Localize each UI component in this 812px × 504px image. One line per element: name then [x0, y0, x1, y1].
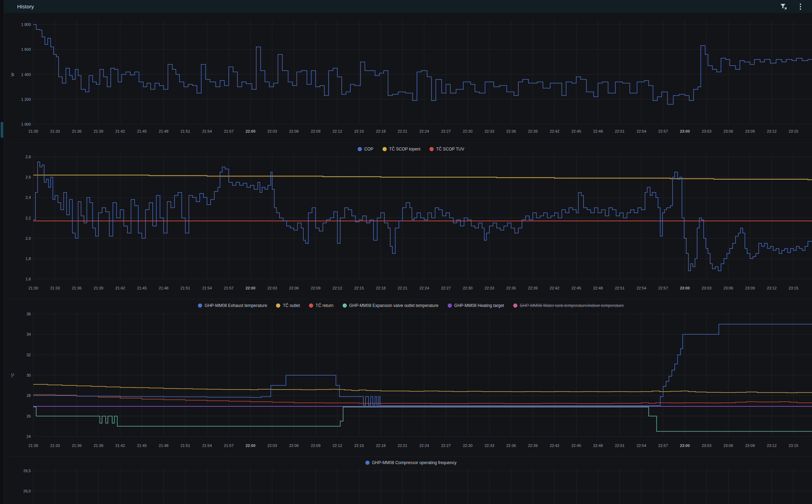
x-tick-label: 21:39 [94, 129, 103, 133]
legend-item[interactable]: GHP-MM08 Exhaust temperature [198, 303, 267, 308]
x-tick-label: 23:09 [745, 286, 755, 290]
legend-dot-icon [448, 303, 452, 308]
x-tick-label: 22:15 [354, 443, 364, 448]
x-tick-label: 23:06 [723, 286, 733, 290]
legend-dot-icon [513, 303, 517, 308]
x-tick-label: 22:24 [419, 286, 429, 290]
kebab-menu-icon[interactable] [794, 2, 806, 12]
x-tick-label: 23:03 [702, 129, 711, 133]
y-tick-label: 1 400 [21, 72, 31, 77]
legend-item[interactable]: COP [358, 147, 373, 152]
x-tick-label: 21:39 [94, 443, 103, 448]
x-tick-label: 23:15 [789, 443, 798, 448]
scrollbar-thumb[interactable] [1, 122, 3, 138]
y-tick-label: 26,0 [23, 489, 31, 493]
legend-dot-icon [365, 461, 370, 465]
x-tick-label: 21:39 [94, 286, 103, 290]
x-tick-label: 22:45 [571, 286, 581, 290]
x-tick-label: 22:48 [593, 286, 603, 290]
y-tick-label: 2,8 [26, 155, 31, 159]
x-tick-label: 21:57 [224, 443, 234, 448]
legend-item[interactable]: GHP-MM08 Expansion valve outlet temperat… [343, 303, 439, 308]
x-tick-label: 21:30 [28, 286, 38, 290]
x-tick-label: 23:12 [767, 443, 777, 448]
x-tick-label: 22:06 [289, 443, 299, 448]
x-tick-label: 21:33 [50, 129, 60, 133]
x-tick-label: 23:09 [745, 129, 755, 133]
x-tick-label: 21:45 [137, 129, 147, 133]
y-tick-label: 34 [27, 332, 31, 336]
x-tick-label: 21:48 [159, 443, 168, 448]
series-t-scop-topeni [33, 175, 812, 180]
x-tick-label: 22:03 [267, 286, 277, 290]
y-tick-label: 24 [27, 434, 31, 439]
x-tick-label: 22:27 [441, 443, 451, 448]
legend-dot-icon [276, 303, 280, 308]
x-tick-label: 21:45 [137, 443, 147, 448]
x-tick-label: 22:27 [441, 129, 451, 133]
x-tick-label: 22:09 [311, 129, 321, 133]
legend-item[interactable]: GHP-MM08 Heating target [448, 303, 504, 308]
x-tick-label: 23:06 [723, 129, 733, 133]
x-tick-label: 23:09 [745, 443, 755, 448]
series-cop [33, 162, 812, 271]
panel-header: History [4, 0, 812, 13]
x-tick-label: 22:39 [528, 443, 538, 448]
y-tick-label: 2,0 [26, 236, 31, 240]
y-tick-label: 1,6 [26, 277, 31, 281]
series-power [33, 24, 812, 104]
x-tick-label: 21:54 [202, 129, 212, 133]
chart-scop: 2,82,62,42,22,01,81,621:3021:3321:3621:3… [26, 154, 812, 290]
y-tick-label: 32 [27, 353, 31, 357]
x-tick-label: 21:57 [224, 129, 234, 133]
x-tick-label: 22:12 [332, 286, 342, 290]
series-t-return [33, 394, 812, 404]
x-tick-label: 21:33 [50, 443, 60, 448]
x-tick-label: 22:36 [506, 443, 516, 448]
x-tick-label: 22:15 [354, 129, 364, 133]
x-tick-label: 22:30 [463, 129, 473, 133]
x-tick-label: 22:03 [267, 129, 277, 133]
y-axis-unit-label: °C [11, 373, 15, 377]
legend-item-label: TČ return [316, 303, 333, 308]
y-tick-label: 2,2 [26, 216, 31, 220]
clear-filter-icon[interactable] [778, 2, 790, 12]
x-tick-label: 22:18 [376, 443, 386, 448]
legend-item[interactable]: TČ outlet [276, 303, 300, 308]
legend-item[interactable]: TČ SCOP TUV [429, 147, 464, 152]
x-tick-label: 22:03 [267, 443, 277, 448]
x-tick-label: 21:45 [137, 286, 147, 290]
y-tick-label: 2,4 [26, 195, 31, 200]
x-tick-label: 21:51 [180, 129, 190, 133]
legend-item-label: GHP-MM08 Expansion valve outlet temperat… [349, 303, 439, 308]
x-tick-label: 22:24 [419, 129, 429, 133]
series-ghp-mm08-expansion-valve-outlet-temperature [33, 407, 812, 431]
y-tick-label: 1 200 [21, 97, 31, 102]
x-tick-label: 21:57 [224, 286, 234, 290]
legend-item-label: TČ outlet [283, 303, 300, 308]
legend-dot-icon [198, 303, 202, 308]
x-tick-label: 22:57 [658, 443, 668, 448]
x-tick-label: 23:12 [767, 129, 777, 133]
x-tick-label: 22:21 [398, 443, 407, 448]
legend-temperatures: GHP-MM08 Exhaust temperatureTČ outletTČ … [10, 299, 812, 310]
x-tick-label: 22:18 [376, 286, 386, 290]
chart-compressor-frequency: 26,526,0 [23, 468, 812, 504]
x-tick-label: 21:48 [159, 129, 168, 133]
legend-item[interactable]: TČ SCOP topeni [383, 147, 420, 152]
y-tick-label: 36 [27, 312, 31, 316]
left-scrollbar-track [0, 0, 4, 504]
legend-item[interactable]: TČ return [309, 303, 333, 308]
x-tick-label: 21:30 [28, 443, 38, 448]
legend-item[interactable]: GHP-MM08 Compressor operating frequency [365, 460, 456, 465]
x-tick-label: 22:36 [506, 286, 516, 290]
legend-item[interactable]: GHP-MM08 Water tank temperature/indoor t… [513, 303, 624, 308]
x-tick-label: 22:39 [528, 286, 538, 290]
x-tick-label: 22:42 [550, 129, 559, 133]
x-tick-label: 22:45 [571, 129, 581, 133]
x-tick-label: 22:36 [506, 129, 516, 133]
x-tick-label: 22:39 [528, 129, 538, 133]
legend-dot-icon [383, 147, 387, 151]
y-tick-label: 1 800 [21, 22, 31, 27]
page-title: History [17, 4, 34, 9]
